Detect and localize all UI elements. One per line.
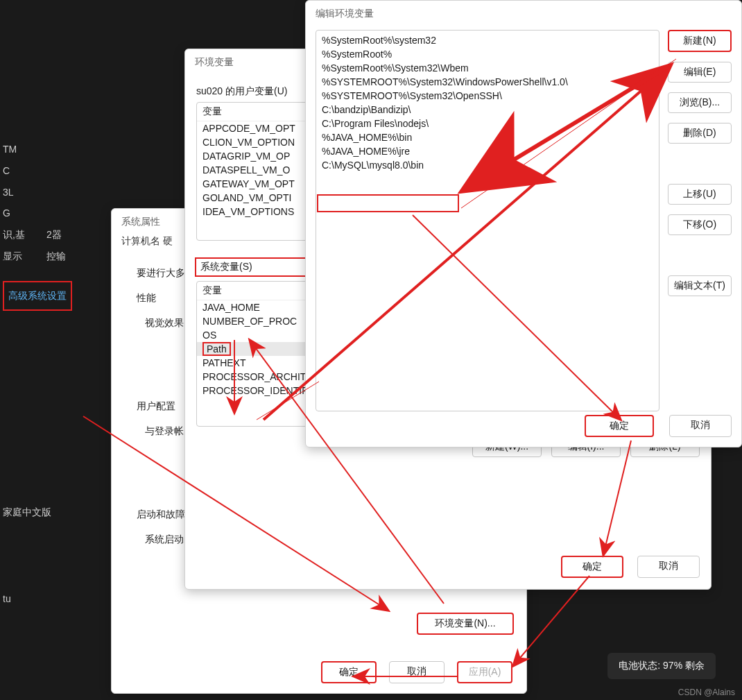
system-info-panel: TM C 3L G 识,基 2器 显示 控输 高级系统设置 xyxy=(0,139,118,311)
advanced-system-settings-link[interactable]: 高级系统设置 xyxy=(3,281,72,311)
delete-button[interactable]: 删除(D) xyxy=(668,123,732,144)
sys-row: TM xyxy=(3,139,118,160)
dialog-title: 编辑环境变量 xyxy=(306,1,741,23)
browse-button[interactable]: 浏览(B)... xyxy=(668,92,732,113)
sys-row: 识,基 2器 xyxy=(3,224,118,246)
cancel-button[interactable]: 取消 xyxy=(669,415,732,437)
ok-button[interactable]: 确定 xyxy=(321,661,377,683)
path-row[interactable]: %SystemRoot%\System32\Wbem xyxy=(316,61,659,75)
sys-row: 3L xyxy=(3,182,118,203)
path-row[interactable]: %SYSTEMROOT%\System32\OpenSSH\ xyxy=(316,89,659,103)
edit-button[interactable]: 编辑(E) xyxy=(668,62,732,83)
move-up-button[interactable]: 上移(U) xyxy=(668,184,732,205)
ok-button[interactable]: 确定 xyxy=(585,415,654,437)
windows-edition-label: 家庭中文版 xyxy=(3,506,51,519)
move-down-button[interactable]: 下移(O) xyxy=(668,214,732,235)
sys-row: C xyxy=(3,160,118,182)
path-row[interactable]: C:\MySQL\mysql8.0\bin xyxy=(316,158,659,172)
battery-status-toast: 电池状态: 97% 剩余 xyxy=(607,653,716,679)
edit-env-variable-dialog: 编辑环境变量 %SystemRoot%\system32 %SystemRoot… xyxy=(305,0,742,447)
path-row[interactable]: %JAVA_HOME%\bin xyxy=(316,130,659,144)
ok-button[interactable]: 确定 xyxy=(561,556,623,578)
path-row[interactable]: %SYSTEMROOT%\System32\WindowsPowerShell\… xyxy=(316,75,659,89)
sys-row: 显示 控输 xyxy=(3,246,118,267)
edit-text-button[interactable]: 编辑文本(T) xyxy=(668,275,732,296)
sys-row: G xyxy=(3,203,118,224)
path-row[interactable]: %SystemRoot%\system32 xyxy=(316,33,659,47)
path-values-list[interactable]: %SystemRoot%\system32 %SystemRoot% %Syst… xyxy=(316,30,659,411)
cancel-button[interactable]: 取消 xyxy=(389,661,445,683)
environment-variables-button[interactable]: 环境变量(N)... xyxy=(417,613,514,635)
path-row[interactable]: C:\bandzip\Bandizip\ xyxy=(316,103,659,117)
watermark: CSDN @Alains xyxy=(678,688,735,697)
cancel-button[interactable]: 取消 xyxy=(637,556,700,578)
obscured-text: tu xyxy=(3,593,11,604)
path-row[interactable]: C:\Program Files\nodejs\ xyxy=(316,117,659,130)
apply-button[interactable]: 应用(A) xyxy=(457,661,512,683)
new-button[interactable]: 新建(N) xyxy=(668,30,732,52)
path-row[interactable]: %SystemRoot% xyxy=(316,47,659,61)
path-row[interactable]: %JAVA_HOME%\jre xyxy=(316,144,659,158)
